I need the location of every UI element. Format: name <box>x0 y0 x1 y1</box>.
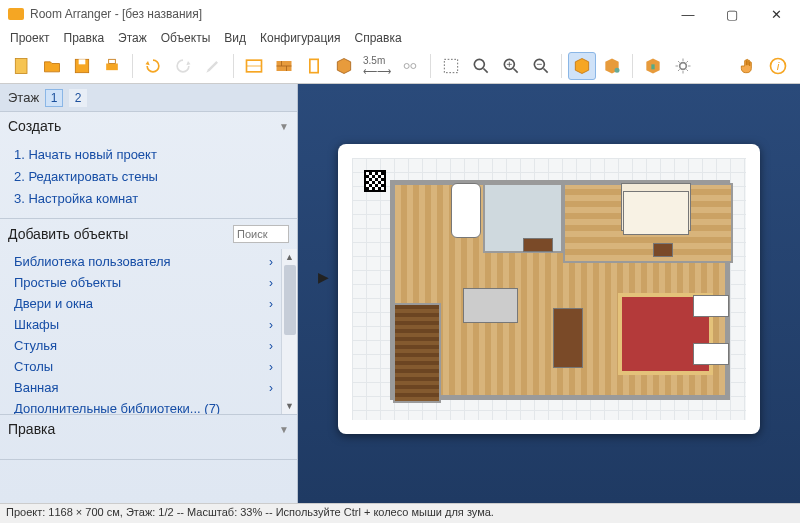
collapse-icon: ▼ <box>279 121 289 132</box>
undo-button[interactable] <box>139 52 167 80</box>
app-icon <box>8 8 24 20</box>
create-section: Создать ▼ 1. Начать новый проект 2. Реда… <box>0 112 297 219</box>
zoom-in-button[interactable] <box>497 52 525 80</box>
search-input[interactable] <box>233 225 289 243</box>
category-list: Библиотека пользователя› Простые объекты… <box>0 249 281 414</box>
svg-line-23 <box>544 68 548 72</box>
brick-button[interactable] <box>270 52 298 80</box>
cat-cabinets[interactable]: Шкафы› <box>14 314 281 335</box>
cat-chairs[interactable]: Стулья› <box>14 335 281 356</box>
gear-button[interactable] <box>669 52 697 80</box>
menubar: Проект Правка Этаж Объекты Вид Конфигура… <box>0 28 800 48</box>
scroll-thumb[interactable] <box>284 265 296 335</box>
add-objects-section: Добавить объекты Библиотека пользователя… <box>0 219 297 415</box>
floor-row: Этаж 1 2 <box>0 84 297 112</box>
door-button[interactable] <box>300 52 328 80</box>
print-button[interactable] <box>98 52 126 80</box>
svg-point-15 <box>474 59 484 69</box>
svg-rect-2 <box>79 59 86 64</box>
svg-text:i: i <box>777 59 780 72</box>
cat-bathroom[interactable]: Ванная› <box>14 377 281 398</box>
add-objects-heading: Добавить объекты <box>0 219 297 249</box>
wall-button[interactable] <box>240 52 268 80</box>
select-area-button[interactable] <box>437 52 465 80</box>
svg-point-12 <box>404 63 409 68</box>
svg-line-20 <box>514 68 518 72</box>
edit-heading[interactable]: Правка ▼ <box>0 415 297 443</box>
toolbar: 3.5m⟵⟶ i <box>0 48 800 84</box>
floor-tab-2[interactable]: 2 <box>69 89 87 107</box>
cat-doors-windows[interactable]: Двери и окна› <box>14 293 281 314</box>
menu-config[interactable]: Конфигурация <box>260 31 341 45</box>
svg-rect-11 <box>310 59 318 72</box>
zoom-button[interactable] <box>467 52 495 80</box>
close-button[interactable]: ✕ <box>754 0 798 28</box>
hand-button[interactable] <box>734 52 762 80</box>
titlebar: Room Arranger - [без названия] — ▢ ✕ <box>0 0 800 28</box>
create-step-3[interactable]: 3. Настройка комнат <box>14 188 287 210</box>
scroll-down-icon[interactable]: ▼ <box>282 398 297 414</box>
svg-point-24 <box>615 67 620 72</box>
views-button[interactable] <box>598 52 626 80</box>
svg-point-13 <box>411 63 416 68</box>
brush-button[interactable] <box>199 52 227 80</box>
create-step-2[interactable]: 2. Редактировать стены <box>14 166 287 188</box>
collapse-icon: ▼ <box>279 424 289 435</box>
cat-more-libraries[interactable]: Дополнительные библиотеки... (7) <box>14 398 281 414</box>
svg-rect-0 <box>15 58 27 73</box>
object3d-button[interactable] <box>330 52 358 80</box>
svg-rect-3 <box>106 63 118 70</box>
minimize-button[interactable]: — <box>666 0 710 28</box>
qr-icon <box>364 170 386 192</box>
canvas-area[interactable]: ▶ <box>298 84 800 503</box>
cat-tables[interactable]: Столы› <box>14 356 281 377</box>
menu-objects[interactable]: Объекты <box>161 31 211 45</box>
create-step-1[interactable]: 1. Начать новый проект <box>14 144 287 166</box>
window-title: Room Arranger - [без названия] <box>30 7 666 21</box>
menu-help[interactable]: Справка <box>355 31 402 45</box>
create-heading[interactable]: Создать ▼ <box>0 112 297 140</box>
edit-section: Правка ▼ <box>0 415 297 460</box>
open-button[interactable] <box>38 52 66 80</box>
link-button[interactable] <box>396 52 424 80</box>
maximize-button[interactable]: ▢ <box>710 0 754 28</box>
floor-label: Этаж <box>8 90 39 105</box>
menu-floor[interactable]: Этаж <box>118 31 147 45</box>
info-button[interactable]: i <box>764 52 792 80</box>
svg-line-16 <box>484 68 488 72</box>
cat-simple-objects[interactable]: Простые объекты› <box>14 272 281 293</box>
measure-button[interactable]: 3.5m⟵⟶ <box>360 53 394 79</box>
redo-button[interactable] <box>169 52 197 80</box>
menu-view[interactable]: Вид <box>224 31 246 45</box>
svg-rect-4 <box>109 59 116 63</box>
walk-button[interactable] <box>639 52 667 80</box>
scroll-up-icon[interactable]: ▲ <box>282 249 297 265</box>
cat-user-library[interactable]: Библиотека пользователя› <box>14 251 281 272</box>
save-button[interactable] <box>68 52 96 80</box>
new-doc-button[interactable] <box>8 52 36 80</box>
menu-edit[interactable]: Правка <box>64 31 105 45</box>
floor-tab-1[interactable]: 1 <box>45 89 63 107</box>
svg-rect-14 <box>444 59 457 72</box>
zoom-out-button[interactable] <box>527 52 555 80</box>
category-scrollbar[interactable]: ▲ ▼ <box>281 249 297 414</box>
view3d-button[interactable] <box>568 52 596 80</box>
menu-project[interactable]: Проект <box>10 31 50 45</box>
expand-handle-icon[interactable]: ▶ <box>318 269 329 285</box>
sidebar: Этаж 1 2 Создать ▼ 1. Начать новый проек… <box>0 84 298 503</box>
status-bar: Проект: 1168 × 700 см, Этаж: 1/2 -- Масш… <box>0 503 800 523</box>
svg-point-25 <box>680 62 687 69</box>
floor-plan[interactable] <box>338 144 760 434</box>
